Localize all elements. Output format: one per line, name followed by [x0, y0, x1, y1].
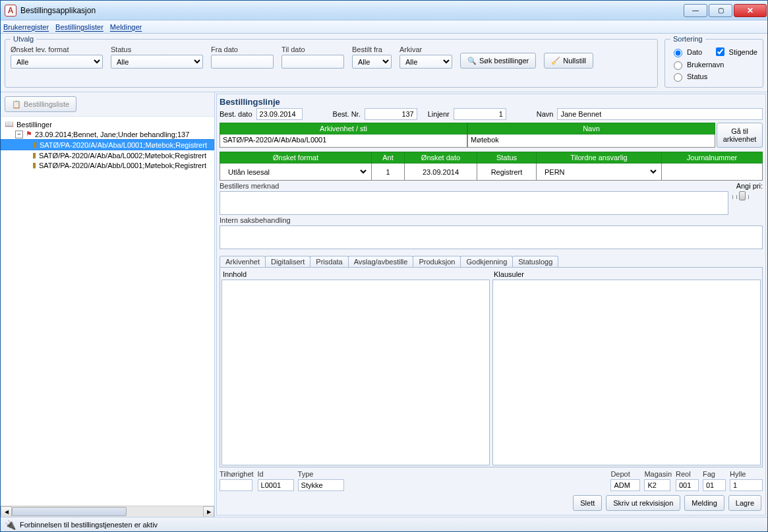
melding-button[interactable]: Melding — [684, 495, 724, 511]
bestillingsliste-button[interactable]: 📋 Bestillingsliste — [5, 96, 76, 112]
status-text: Forbinnelsen til bestillingstjenesten er… — [20, 521, 158, 529]
bestilt-fra-label: Bestilt fra — [352, 45, 392, 53]
tree-root[interactable]: 📖 Bestillinger — [1, 119, 214, 129]
fra-dato-label: Fra dato — [211, 45, 274, 53]
best-dato-label: Best. dato — [220, 110, 252, 118]
journal-cell[interactable] — [662, 163, 763, 181]
scroll-left-icon[interactable]: ◀ — [1, 506, 12, 517]
tree-leaf[interactable]: ▮ SATØ/PA-2020/A/Ab/Aba/L0002;Møtebok;Re… — [1, 150, 214, 160]
radio-status[interactable]: Status — [670, 71, 757, 82]
id-label: Id — [258, 470, 294, 478]
utvalg-legend: Utvalg — [11, 35, 36, 43]
intern-field[interactable] — [220, 225, 763, 249]
minimize-button[interactable]: ― — [684, 4, 707, 17]
close-button[interactable]: ✕ — [734, 4, 767, 17]
tilhorighet-label: Tilhørighet — [220, 470, 254, 478]
ga-til-arkivenhet-button[interactable]: Gå til arkivenhet — [717, 123, 763, 148]
detail-tabs: Arkivenhet Digitalisert Prisdata Avslag/… — [220, 256, 763, 267]
scroll-right-icon[interactable]: ▶ — [203, 506, 214, 517]
type-field — [298, 479, 344, 491]
bestillers-merknad-label: Bestillers merknad — [220, 182, 728, 190]
innhold-area[interactable] — [222, 280, 490, 465]
maximize-button[interactable]: ▢ — [709, 4, 732, 17]
order-line-table: Ønsket format Ant Ønsket dato Status Til… — [220, 152, 763, 181]
bestilt-fra-select[interactable]: Alle — [352, 55, 392, 69]
tab-prisdata[interactable]: Prisdata — [310, 256, 348, 267]
menu-brukerregister[interactable]: Brukerregister — [3, 23, 49, 31]
angi-pri-label: Angi pri: — [732, 182, 763, 190]
lagre-button[interactable]: Lagre — [728, 495, 761, 511]
intern-label: Intern saksbehandling — [220, 216, 763, 224]
ansvarlig-cell[interactable]: PERN — [539, 165, 659, 179]
utvalg-toolbar: Utvalg Ønsket lev. format Alle Status Al… — [1, 34, 767, 92]
status-select[interactable]: Alle — [111, 55, 203, 69]
radio-dato[interactable]: Dato — [670, 47, 702, 57]
hylle-label: Hylle — [730, 470, 763, 478]
order-tree[interactable]: 📖 Bestillinger − ⚑ 23.09.2014;Bennet, Ja… — [1, 117, 214, 506]
tree-leaf[interactable]: ▮ SATØ/PA-2020/A/Ab/Abb/L0001;Møtebok;Re… — [1, 160, 214, 170]
menu-meldinger[interactable]: Meldinger — [110, 23, 142, 31]
menubar: Brukerregister Bestillingslister Melding… — [1, 20, 767, 34]
format-cell[interactable]: Utlån lesesal — [223, 165, 369, 179]
tree-root-label: Bestillinger — [16, 121, 52, 129]
tree-leaf-label: SATØ/PA-2020/A/Ab/Aba/L0002;Møtebok;Regi… — [39, 152, 206, 160]
linjenr-field — [454, 108, 506, 120]
tab-body: Innhold Klausuler — [220, 267, 763, 467]
slett-button[interactable]: Slett — [573, 495, 602, 511]
list-icon: 📋 — [12, 100, 21, 109]
sortering-legend: Sortering — [670, 35, 705, 43]
th-format: Ønsket format — [220, 152, 372, 163]
checkbox-stigende[interactable]: Stigende — [713, 45, 757, 58]
file-icon: ▮ — [32, 161, 36, 169]
tab-godkjenning[interactable]: Godkjenning — [460, 256, 513, 267]
arkivenhet-navn-value: Møtebok — [467, 134, 715, 148]
radio-brukernavn[interactable]: Brukernavn — [670, 59, 757, 70]
skriv-ut-button[interactable]: Skriv ut rekvisisjon — [606, 495, 680, 511]
order-node-label: 23.09.2014;Bennet, Jane;Under behandling… — [35, 131, 189, 138]
arkivar-label: Arkivar — [399, 45, 452, 53]
til-dato-label: Til dato — [281, 45, 344, 53]
navn-label: Navn — [537, 110, 554, 118]
scroll-thumb[interactable] — [12, 507, 127, 516]
file-icon: ▮ — [33, 140, 37, 149]
magasin-field — [644, 479, 670, 491]
file-icon: ▮ — [32, 151, 36, 160]
titlebar: A Bestillingsapplikasjon ― ▢ ✕ — [1, 1, 767, 20]
klausuler-area[interactable] — [492, 280, 761, 465]
book-icon: 📖 — [5, 120, 14, 129]
location-fields: Tilhørighet Id Type Depot Magasin Reol F… — [220, 470, 763, 491]
dato-cell[interactable]: 23.09.2014 — [405, 163, 477, 181]
tab-statuslogg[interactable]: Statuslogg — [512, 256, 558, 267]
bestillingsliste-label: Bestillingsliste — [24, 100, 69, 108]
arkivenhet-sti-value: SATØ/PA-2020/A/Ab/Aba/L0001 — [220, 134, 467, 148]
app-icon: A — [5, 5, 16, 16]
collapse-icon[interactable]: − — [15, 131, 23, 138]
reol-label: Reol — [676, 470, 699, 478]
th-ansvarlig: Tilordne ansvarlig — [537, 152, 662, 163]
nullstill-button[interactable]: 🧹 Nullstill — [544, 53, 593, 69]
til-dato-input[interactable] — [281, 55, 344, 69]
tab-arkivenhet[interactable]: Arkivenhet — [220, 256, 266, 267]
arkivar-select[interactable]: Alle — [399, 55, 452, 69]
tab-avslag[interactable]: Avslag/avbestille — [348, 256, 414, 267]
sok-bestillinger-button[interactable]: 🔍 Søk bestillinger — [460, 53, 536, 69]
menu-bestillingslister[interactable]: Bestillingslister — [55, 23, 103, 31]
innhold-label: Innhold — [222, 269, 490, 280]
fra-dato-input[interactable] — [211, 55, 274, 69]
sidebar-hscrollbar[interactable]: ◀ ▶ — [1, 506, 214, 517]
tree-order-node[interactable]: − ⚑ 23.09.2014;Bennet, Jane;Under behand… — [1, 129, 214, 139]
ant-cell[interactable]: 1 — [372, 163, 405, 181]
format-select[interactable]: Alle — [11, 55, 103, 69]
bestillers-merknad-field[interactable] — [220, 191, 728, 215]
tab-digitalisert[interactable]: Digitalisert — [265, 256, 310, 267]
best-nr-label: Best. Nr. — [333, 110, 361, 118]
tab-produksjon[interactable]: Produksjon — [413, 256, 461, 267]
navn-field — [557, 108, 763, 120]
plug-icon: 🔌 — [5, 519, 16, 530]
window-title: Bestillingsapplikasjon — [20, 6, 683, 15]
action-buttons: Slett Skriv ut rekvisisjon Melding Lagre — [220, 491, 763, 512]
best-nr-field — [365, 108, 417, 120]
th-ant: Ant — [372, 152, 405, 163]
priority-slider[interactable] — [732, 190, 752, 203]
tree-leaf[interactable]: ▮ SATØ/PA-2020/A/Ab/Aba/L0001;Møtebok;Re… — [1, 139, 214, 150]
